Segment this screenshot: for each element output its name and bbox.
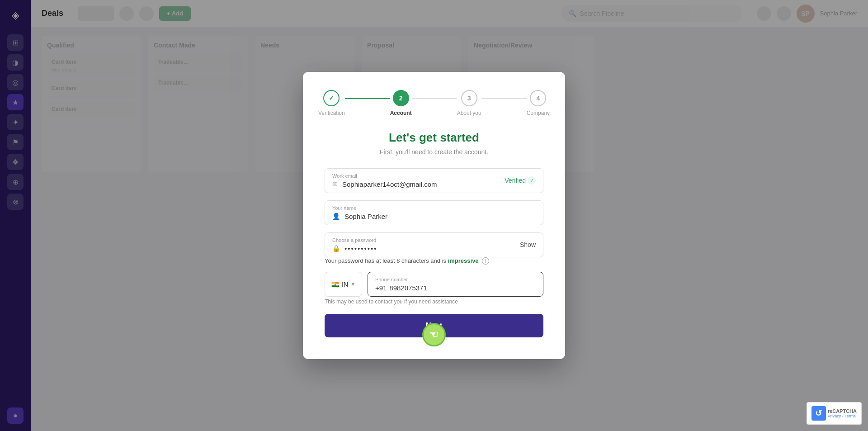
your-name-value: Sophia Parker [344, 213, 387, 220]
phone-row: 🇮🇳 IN ▼ Phone number +91 8982075371 [325, 272, 543, 297]
step-label-4: Company [527, 110, 550, 116]
privacy-terms: Privacy - Terms [828, 414, 857, 418]
step-label-2: Account [390, 110, 412, 116]
person-icon: 👤 [332, 213, 340, 220]
recaptcha-badge: ↺ reCAPTCHA Privacy - Terms [807, 402, 862, 425]
chevron-down-icon: ▼ [351, 282, 355, 287]
password-hint-prefix: Your password has at least 8 characters … [325, 257, 448, 264]
step-label-3: About you [457, 110, 481, 116]
registration-modal: ✓ Verification 2 Account 3 About you 4 C… [303, 72, 565, 360]
step-line-2 [412, 98, 457, 99]
modal-title: Let's get started [325, 131, 543, 145]
password-field[interactable]: Choose a password 🔒 •••••••••• Show [325, 232, 543, 257]
email-icon: ✉ [332, 180, 338, 188]
show-password-button[interactable]: Show [520, 241, 536, 248]
next-button[interactable]: Next ☞ [325, 314, 543, 337]
password-value: •••••••••• [344, 245, 377, 252]
phone-prefix: +91 [375, 284, 387, 292]
country-select[interactable]: 🇮🇳 IN ▼ [325, 272, 362, 297]
phone-label: Phone number [375, 277, 536, 282]
step-circle-1: ✓ [323, 90, 340, 106]
password-strength: impressive [448, 257, 479, 264]
recaptcha-text: reCAPTCHA [828, 408, 857, 414]
phone-value: 8982075371 [389, 284, 536, 292]
stepper: ✓ Verification 2 Account 3 About you 4 C… [325, 90, 543, 116]
info-icon[interactable]: i [482, 257, 489, 265]
verified-text: Verified [505, 177, 526, 184]
work-email-value: Sophiaparker14oct@gmail.com [342, 180, 437, 188]
modal-overlay: ✓ Verification 2 Account 3 About you 4 C… [0, 0, 868, 431]
cursor-indicator: ☞ [422, 323, 446, 346]
work-email-field: Work email ✉ Sophiaparker14oct@gmail.com… [325, 168, 543, 193]
your-name-label: Your name [332, 205, 536, 211]
step-company: 4 Company [527, 90, 550, 116]
phone-field[interactable]: Phone number +91 8982075371 [368, 272, 543, 297]
verified-check-icon: ✓ [528, 176, 536, 185]
step-verification: ✓ Verification [318, 90, 345, 116]
country-code: IN [342, 281, 348, 288]
step-circle-3: 3 [461, 90, 477, 106]
modal-subtitle: First, you'll need to create the account… [325, 148, 543, 156]
step-label-1: Verification [318, 110, 345, 116]
your-name-field[interactable]: Your name 👤 Sophia Parker [325, 200, 543, 225]
step-circle-4: 4 [530, 90, 546, 106]
country-flag: 🇮🇳 [331, 281, 339, 288]
step-about: 3 About you [457, 90, 481, 116]
phone-hint: This may be used to contact you if you n… [325, 298, 543, 305]
password-label: Choose a password [332, 237, 536, 243]
password-hint: Your password has at least 8 characters … [325, 257, 543, 265]
step-line-1 [345, 98, 390, 99]
step-line-3 [481, 98, 527, 99]
step-circle-2: 2 [393, 90, 409, 106]
lock-icon: 🔒 [332, 245, 340, 252]
step-account: 2 Account [390, 90, 412, 116]
verified-badge: Verified ✓ [505, 176, 536, 185]
